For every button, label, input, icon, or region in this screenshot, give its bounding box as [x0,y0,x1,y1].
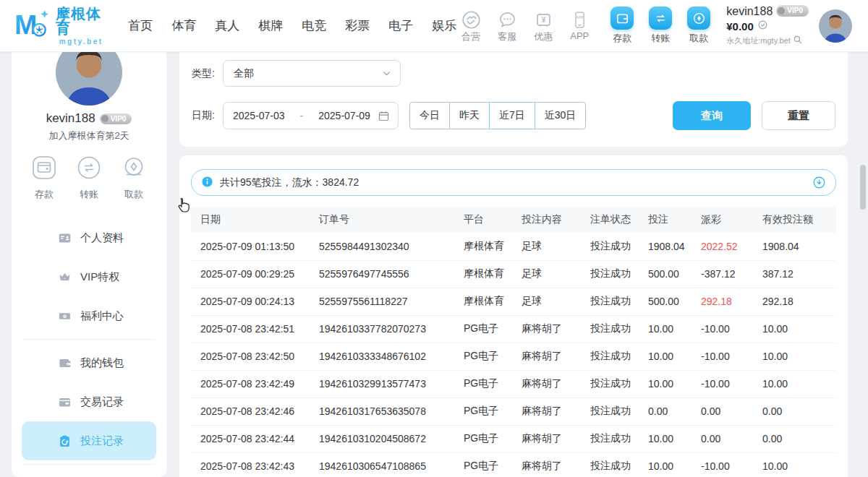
user-avatar[interactable] [819,9,852,43]
cell-order: 1942610329913577473 [319,370,464,398]
quick-app[interactable]: APPAPP [565,9,594,43]
logo-domain: mgty.bet [59,38,103,46]
permanent-address: 永久地址:mgty.bet [726,36,790,46]
sidebar-item-redeem[interactable]: 兑奖记录 [22,468,156,477]
sidebar-item-vip[interactable]: VIP特权 [22,257,156,296]
col-content: 投注内容 [522,207,590,233]
refresh-balance-icon[interactable] [757,20,768,33]
cell-valid: 10.00 [762,315,836,343]
withdraw-outline-icon [119,153,148,184]
cell-platform: 摩根体育 [464,260,522,288]
quick-partner-label: 合营 [461,30,480,43]
type-select[interactable]: 全部 [223,60,401,87]
cell-payout: -387.12 [701,260,762,288]
nav-item-live[interactable]: 真人 [215,17,239,34]
quick-app-label: APP [570,30,589,41]
cell-order: 1942610310204508672 [319,425,464,452]
range-last7-button[interactable]: 近7日 [489,102,535,129]
sidebar-item-label: 交易记录 [80,395,124,409]
quick-promo[interactable]: ¥优惠 [529,9,558,43]
cell-valid: 292.18 [762,288,836,315]
quick-partner[interactable]: 合营 [456,9,485,43]
date-range-picker[interactable]: 2025-07-03 - 2025-07-09 [223,102,399,129]
sidebar-item-label: 福利中心 [80,309,124,323]
cell-status: 投注成功 [590,343,648,370]
sidebar-item-label: 我的钱包 [80,356,124,370]
username[interactable]: kevin188 [726,4,773,18]
balance: ¥0.00 [726,20,754,33]
sidebar: kevin188 VIP0 加入摩根体育第2天 存款转账取款 个人资料VIP特权… [12,52,166,477]
deposit-icon [610,7,634,30]
nav-item-entertainment[interactable]: 娱乐 [432,17,456,34]
sidebar-deposit-button[interactable]: 存款 [30,153,59,201]
nav-item-home[interactable]: 首页 [128,17,153,34]
cell-date: 2025-07-08 23:42:49 [191,370,319,398]
scrollbar-thumb[interactable] [860,165,866,210]
search-address-icon[interactable] [793,35,803,47]
handshake-icon [461,9,481,30]
cell-date: 2025-07-08 23:42:51 [191,315,319,343]
nav-item-sports[interactable]: 体育 [171,17,196,34]
cell-bet: 10.00 [648,315,701,343]
transfer-button[interactable]: 转账 [645,7,676,45]
cell-valid: 0.00 [762,398,836,425]
cell-order: 5255984491302340 [319,233,464,260]
date-separator: - [285,110,319,121]
cell-order: 1942610337782070273 [319,315,464,343]
quick-icons: 合营客服¥优惠APPAPP [456,9,594,43]
cell-platform: PG电子 [464,452,522,477]
summary-text: 共计95笔投注，流水：3824.72 [220,176,359,189]
cell-date: 2025-07-08 23:42:46 [191,398,319,425]
cell-status: 投注成功 [590,233,648,260]
sidebar-withdraw-button[interactable]: 取款 [119,153,148,201]
sidebar-item-label: 投注记录 [80,434,124,448]
cell-date: 2025-07-08 23:42:43 [191,452,319,477]
cell-content: 麻将胡了 [522,452,590,477]
cell-status: 投注成功 [590,260,648,288]
cell-order: 1942610317653635078 [319,398,464,425]
nav-item-chess[interactable]: 棋牌 [258,17,283,34]
crown-icon [58,270,72,284]
bet-records-table: 日期订单号平台投注内容注单状态投注派彩有效投注额 2025-07-09 01:1… [191,207,836,477]
nav-item-lottery[interactable]: 彩票 [345,17,370,34]
cell-bet: 10.00 [648,452,701,477]
cell-payout: 0.00 [701,398,762,425]
cell-valid: 10.00 [762,343,836,370]
withdraw-button[interactable]: 取款 [684,7,714,45]
sidebar-item-transactions[interactable]: 交易记录 [22,382,156,421]
sidebar-item-benefits[interactable]: ¥福利中心 [22,296,156,335]
sidebar-item-wallet[interactable]: 我的钱包 [22,343,156,382]
benefit-icon: ¥ [58,309,72,323]
reset-button[interactable]: 重置 [762,101,835,130]
date-start: 2025-07-03 [233,110,285,121]
sidebar-item-bet-records[interactable]: 投注记录 [22,421,156,460]
cell-status: 投注成功 [590,452,648,477]
search-button[interactable]: 查询 [673,101,751,130]
cell-platform: 摩根体育 [464,233,522,260]
cell-payout: 292.18 [701,288,762,315]
range-yesterday-button[interactable]: 昨天 [449,102,490,129]
deposit-button[interactable]: 存款 [607,7,637,45]
range-today-button[interactable]: 今日 [409,102,450,129]
table-row: 2025-07-08 23:42:501942610333348676102PG… [191,343,836,370]
sidebar-avatar[interactable] [56,52,122,106]
range-last30-button[interactable]: 近30日 [535,102,587,129]
cell-valid: 0.00 [762,425,836,452]
bet-records-panel: 共计95笔投注，流水：3824.72 日期订单号平台投注内容注单状态投注派彩有效… [179,155,848,477]
quick-service[interactable]: 客服 [493,9,522,43]
nav-item-esports[interactable]: 电竞 [302,17,326,34]
transaction-icon [58,395,72,409]
nav-item-slots[interactable]: 电子 [388,17,413,34]
calendar-icon [378,110,390,122]
cell-platform: PG电子 [464,315,522,343]
sidebar-item-label: VIP特权 [80,270,119,284]
cell-content: 麻将胡了 [522,398,590,425]
cell-status: 投注成功 [590,370,648,398]
table-row: 2025-07-08 23:42:461942610317653635078PG… [191,398,836,425]
sidebar-transfer-button[interactable]: 转账 [75,153,103,201]
sidebar-item-profile[interactable]: 个人资料 [22,218,156,257]
cell-payout: -10.00 [701,343,762,370]
logo[interactable]: M 摩根体育 mgty.bet [14,7,106,46]
user-info: kevin188 VIP0 ¥0.00 永久地址:mgty.bet [726,4,809,47]
download-icon[interactable] [812,176,826,189]
